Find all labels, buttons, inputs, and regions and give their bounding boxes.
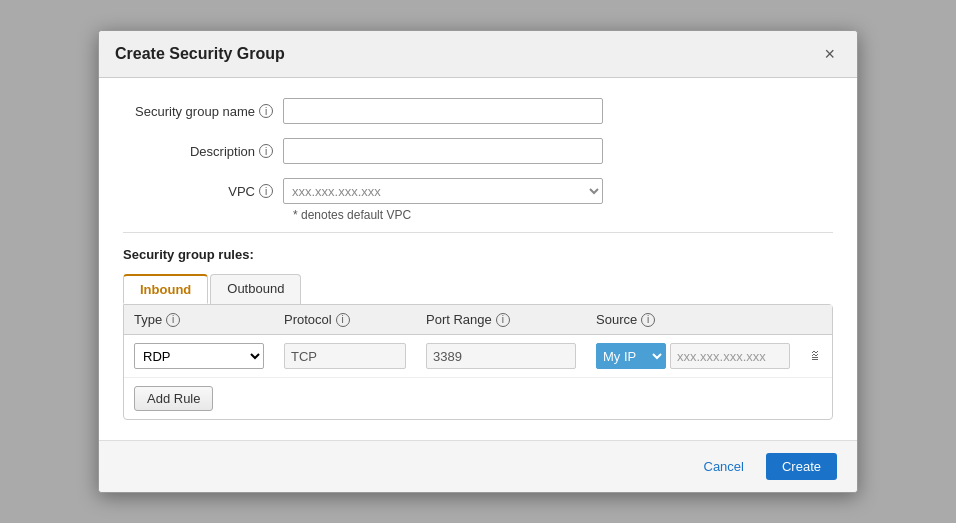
description-input[interactable] [283,138,603,164]
dialog-header: Create Security Group × [99,31,857,78]
port-range-cell: 3389 [416,335,586,378]
tab-inbound[interactable]: Inbound [123,274,208,304]
port-range-field: 3389 [426,343,576,369]
rules-table: Type i Protocol i Port R [124,305,832,378]
divider [123,232,833,233]
cancel-button[interactable]: Cancel [692,453,756,480]
type-cell: RDP [124,335,274,378]
type-header-info-icon[interactable]: i [166,313,180,327]
description-info-icon[interactable]: i [259,144,273,158]
action-cell: ⩰ [800,335,832,378]
vpc-row: VPC i xxx.xxx.xxx.xxx [123,178,833,204]
dialog-title: Create Security Group [115,45,285,63]
table-row: RDP TCP 3389 My IP [124,335,832,378]
security-group-rules-title: Security group rules: [123,247,833,262]
dialog-body: Security group name i Description i VPC … [99,78,857,440]
protocol-cell: TCP [274,335,416,378]
security-group-name-input[interactable] [283,98,603,124]
security-group-name-info-icon[interactable]: i [259,104,273,118]
source-header-info-icon[interactable]: i [641,313,655,327]
protocol-header-info-icon[interactable]: i [336,313,350,327]
tab-outbound[interactable]: Outbound [210,274,301,304]
vpc-info-icon[interactable]: i [259,184,273,198]
dialog-footer: Cancel Create [99,440,857,492]
vpc-label: VPC i [123,184,283,199]
col-header-port-range: Port Range i [416,305,586,335]
add-rule-button[interactable]: Add Rule [134,386,213,411]
create-security-group-dialog: Create Security Group × Security group n… [98,30,858,493]
security-group-name-label: Security group name i [123,104,283,119]
tab-content-inbound: Type i Protocol i Port R [123,304,833,420]
description-label: Description i [123,144,283,159]
close-button[interactable]: × [818,43,841,65]
vpc-note: * denotes default VPC [293,208,833,222]
port-range-header-info-icon[interactable]: i [496,313,510,327]
remove-rule-button[interactable]: ⩰ [810,347,822,365]
description-row: Description i [123,138,833,164]
col-header-actions [800,305,832,335]
source-container: My IP xxx.xxx.xxx.xxx [596,343,790,369]
rules-tabs: Inbound Outbound [123,274,833,304]
source-ip-field: xxx.xxx.xxx.xxx [670,343,790,369]
remove-icon: ⩰ [812,347,820,365]
type-select[interactable]: RDP [134,343,264,369]
source-type-select[interactable]: My IP [596,343,666,369]
vpc-select[interactable]: xxx.xxx.xxx.xxx [283,178,603,204]
source-cell: My IP xxx.xxx.xxx.xxx [586,335,800,378]
col-header-source: Source i [586,305,800,335]
col-header-type: Type i [124,305,274,335]
col-header-protocol: Protocol i [274,305,416,335]
table-header-row: Type i Protocol i Port R [124,305,832,335]
protocol-field: TCP [284,343,406,369]
security-group-name-row: Security group name i [123,98,833,124]
create-button[interactable]: Create [766,453,837,480]
